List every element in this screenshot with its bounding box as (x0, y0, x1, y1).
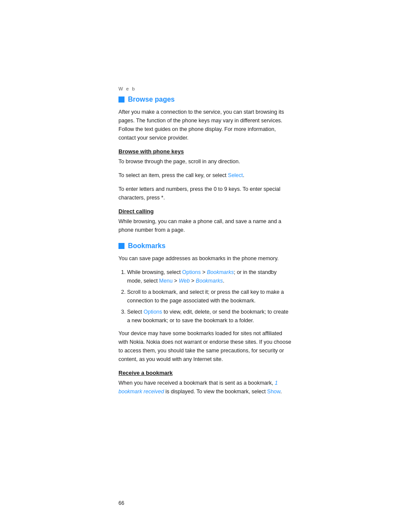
list-item-1: While browsing, select Options > Bookmar… (127, 268, 293, 285)
web-link[interactable]: Web (179, 278, 190, 284)
show-link[interactable]: Show (267, 389, 280, 395)
bookmarks-link[interactable]: Bookmarks (207, 269, 234, 275)
page-container: W e b Browse pages After you make a conn… (0, 0, 411, 532)
bookmarks-intro: You can save page addresses as bookmarks… (118, 254, 293, 263)
receive-bookmark-end: . (280, 389, 282, 395)
bookmarks-title: Bookmarks (128, 242, 165, 250)
receive-bookmark-heading: Receive a bookmark (118, 370, 293, 376)
bookmarks-heading: Bookmarks (118, 242, 293, 250)
blue-square-bookmarks-icon (118, 243, 125, 249)
direct-calling-heading: Direct calling (118, 208, 293, 215)
browse-pages-heading: Browse pages (118, 96, 293, 103)
browse-pages-intro: After you make a connection to the servi… (118, 108, 293, 142)
list-item-3: Select Options to view, edit, delete, or… (127, 308, 293, 325)
content-area: W e b Browse pages After you make a conn… (0, 0, 411, 436)
browse-enter-text: To enter letters and numbers, press the … (118, 185, 293, 202)
bookmarks-disclaimer: Your device may have some bookmarks load… (118, 329, 293, 364)
browse-select-text: To select an item, press the call key, o… (118, 171, 293, 180)
page-number: 66 (118, 500, 124, 506)
blue-square-icon (118, 96, 125, 103)
receive-bookmark-after: is displayed. To view the bookmark, sele… (164, 389, 267, 395)
receive-bookmark-before: When you have received a bookmark that i… (118, 380, 275, 386)
list-item-2: Scroll to a bookmark, and select it; or … (127, 288, 293, 305)
section-label: W e b (118, 86, 293, 91)
bookmarks-list: While browsing, select Options > Bookmar… (127, 268, 293, 325)
bookmarks-link-2[interactable]: Bookmarks (196, 278, 223, 284)
browse-with-phone-keys-heading: Browse with phone keys (118, 148, 293, 155)
options-link-1[interactable]: Options (182, 269, 201, 275)
menu-link[interactable]: Menu (159, 278, 172, 284)
receive-bookmark-text: When you have received a bookmark that i… (118, 379, 293, 396)
browse-scroll-text: To browse through the page, scroll in an… (118, 157, 293, 166)
direct-calling-text: While browsing, you can make a phone cal… (118, 217, 293, 234)
select-link[interactable]: Select (228, 172, 243, 178)
browse-pages-title: Browse pages (128, 96, 174, 103)
options-link-2[interactable]: Options (143, 309, 162, 315)
